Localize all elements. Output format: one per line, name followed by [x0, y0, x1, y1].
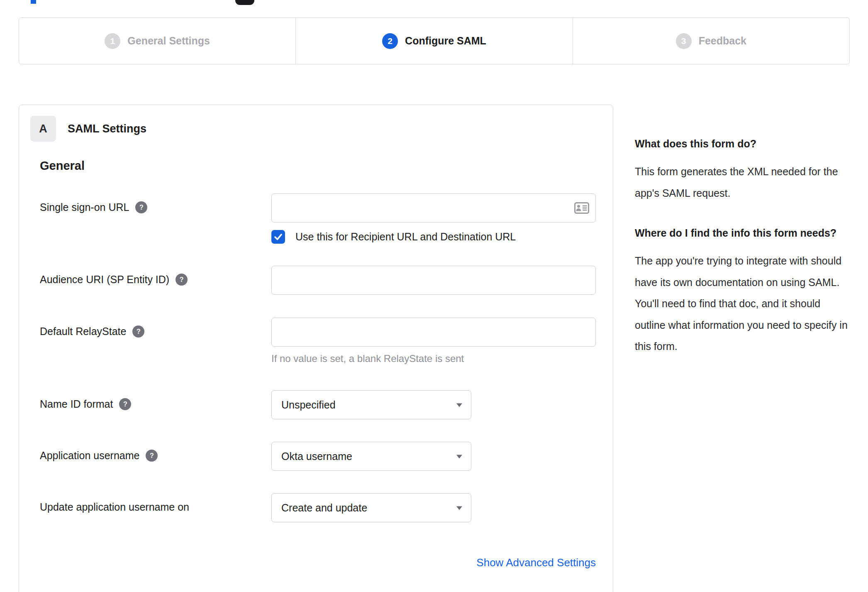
- name-id-format-select[interactable]: Unspecified: [271, 390, 471, 419]
- default-relaystate-row: Default RelayState ? If no value is set,…: [40, 318, 595, 364]
- panel-title: SAML Settings: [68, 122, 146, 135]
- help-icon[interactable]: ?: [135, 201, 147, 213]
- chevron-down-icon: [456, 506, 462, 510]
- application-username-row: Application username ? Okta username: [40, 442, 595, 471]
- relaystate-hint: If no value is set, a blank RelayState i…: [271, 353, 596, 364]
- step-configure-saml[interactable]: 2 Configure SAML: [295, 18, 572, 64]
- update-username-select[interactable]: Create and update: [271, 493, 471, 522]
- step-number-badge: 1: [105, 33, 120, 49]
- help-icon[interactable]: ?: [176, 274, 188, 286]
- sidebar-heading-what: What does this form do?: [635, 135, 852, 152]
- recipient-url-checkbox[interactable]: [271, 230, 285, 244]
- panel-header: A SAML Settings: [30, 116, 595, 142]
- name-id-format-label: Name ID format: [40, 398, 113, 410]
- help-icon[interactable]: ?: [119, 398, 131, 410]
- recipient-url-checkbox-label: Use this for Recipient URL and Destinati…: [295, 231, 516, 243]
- clipped-blue-tab-fragment: [31, 0, 36, 4]
- wizard-stepper: 1 General Settings 2 Configure SAML 3 Fe…: [19, 17, 850, 64]
- update-username-label: Update application username on: [40, 501, 189, 513]
- step-number-badge: 3: [676, 33, 692, 49]
- default-relaystate-input[interactable]: [271, 318, 596, 347]
- advanced-settings-row: Show Advanced Settings: [40, 556, 596, 569]
- step-number-badge: 2: [382, 33, 398, 49]
- sidebar-heading-where: Where do I find the info this form needs…: [635, 225, 852, 241]
- chevron-down-icon: [456, 455, 462, 458]
- application-username-select[interactable]: Okta username: [271, 442, 471, 471]
- checkmark-icon: [274, 233, 283, 240]
- sso-url-input[interactable]: [271, 193, 596, 223]
- sidebar-body-where: The app you're trying to integrate with …: [635, 250, 852, 357]
- default-relaystate-label: Default RelayState: [40, 325, 126, 338]
- audience-uri-row: Audience URI (SP Entity ID) ?: [40, 266, 595, 295]
- general-section-title: General: [40, 159, 595, 173]
- application-username-value: Okta username: [281, 450, 352, 462]
- name-id-format-value: Unspecified: [281, 399, 336, 411]
- name-id-format-row: Name ID format ? Unspecified: [40, 390, 595, 419]
- help-icon[interactable]: ?: [132, 325, 144, 338]
- audience-uri-input[interactable]: [271, 266, 596, 295]
- section-a-badge: A: [30, 116, 56, 142]
- step-label: Configure SAML: [405, 35, 486, 47]
- application-username-label: Application username: [40, 450, 139, 462]
- contact-card-icon: [574, 202, 589, 214]
- saml-settings-panel: A SAML Settings General Single sign-on U…: [19, 105, 613, 592]
- show-advanced-settings-link[interactable]: Show Advanced Settings: [476, 556, 596, 569]
- help-sidebar: What does this form do? This form genera…: [635, 135, 852, 357]
- help-icon[interactable]: ?: [146, 450, 158, 462]
- step-label: Feedback: [699, 35, 746, 47]
- update-username-value: Create and update: [281, 502, 367, 514]
- recipient-url-checkbox-row: Use this for Recipient URL and Destinati…: [271, 230, 596, 244]
- sidebar-body-what: This form generates the XML needed for t…: [635, 161, 852, 204]
- clipped-title-glyph-fragment: [235, 0, 254, 5]
- step-feedback[interactable]: 3 Feedback: [573, 18, 849, 64]
- chevron-down-icon: [456, 403, 462, 407]
- update-username-row: Update application username on Create an…: [40, 493, 595, 522]
- step-general-settings[interactable]: 1 General Settings: [19, 18, 295, 64]
- sso-url-row: Single sign-on URL ?: [40, 193, 595, 244]
- audience-uri-label: Audience URI (SP Entity ID): [40, 274, 169, 286]
- step-label: General Settings: [127, 35, 210, 47]
- sso-url-label: Single sign-on URL: [40, 201, 129, 213]
